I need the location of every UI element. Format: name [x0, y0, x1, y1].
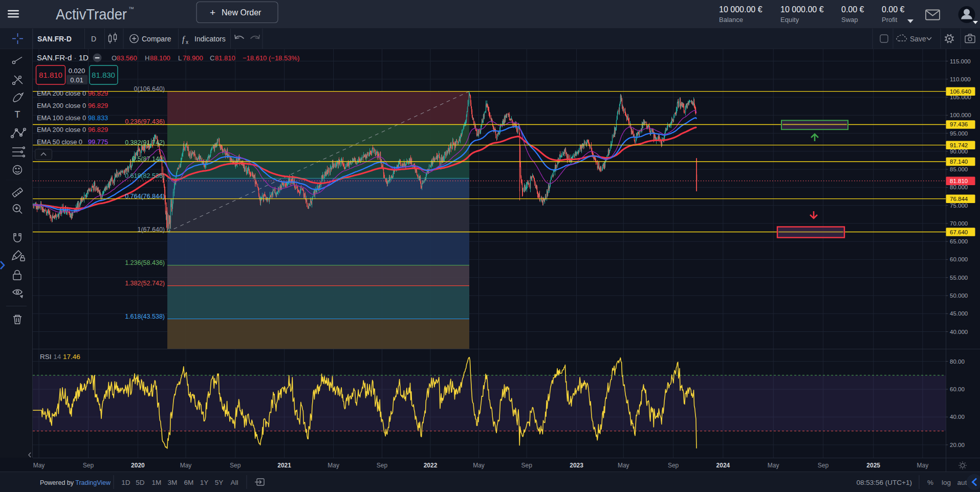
svg-text:Save: Save — [910, 35, 926, 43]
svg-text:Indicators: Indicators — [194, 35, 226, 43]
svg-text:0.00 €: 0.00 € — [882, 5, 905, 14]
svg-text:0.00 €: 0.00 € — [841, 5, 864, 14]
svg-text:Powered by TradingView: Powered by TradingView — [40, 479, 111, 486]
svg-text:81.830: 81.830 — [92, 71, 115, 79]
svg-text:3M: 3M — [168, 479, 178, 486]
svg-text:83.560: 83.560 — [117, 54, 137, 62]
svg-text:6M: 6M — [184, 479, 194, 486]
svg-text:™: ™ — [128, 6, 134, 12]
svg-text:L: L — [178, 54, 182, 62]
svg-text:All: All — [230, 479, 238, 486]
svg-text:08:53:56 (UTC+1): 08:53:56 (UTC+1) — [857, 479, 912, 486]
svg-text:10 000.00 €: 10 000.00 € — [719, 5, 763, 14]
svg-text:81.810: 81.810 — [39, 71, 62, 79]
svg-text:T: T — [15, 109, 20, 120]
svg-text:Balance: Balance — [719, 16, 743, 24]
svg-text:96.829: 96.829 — [88, 102, 108, 109]
svg-text:−18.610 (−18.53%): −18.610 (−18.53%) — [243, 54, 299, 62]
svg-text:H: H — [145, 54, 149, 62]
svg-text:SAN.FR-d · 1D: SAN.FR-d · 1D — [37, 53, 89, 62]
svg-text:ActivTrader: ActivTrader — [56, 6, 127, 23]
svg-text:81.810: 81.810 — [215, 54, 235, 62]
svg-text:O: O — [112, 54, 117, 62]
svg-text:RSI 14 17.46: RSI 14 17.46 — [40, 353, 80, 361]
svg-text:EMA 100 close 0: EMA 100 close 0 — [37, 114, 86, 122]
svg-text:Swap: Swap — [841, 16, 858, 24]
svg-text:Compare: Compare — [142, 35, 171, 43]
svg-text:Profit: Profit — [882, 16, 898, 24]
svg-text:EMA 200 close 0: EMA 200 close 0 — [37, 102, 86, 109]
svg-text:EMA 50 close 0: EMA 50 close 0 — [37, 138, 82, 146]
svg-text:Equity: Equity — [780, 16, 799, 24]
svg-text:1M: 1M — [152, 479, 162, 486]
svg-text:aut: aut — [957, 479, 967, 486]
svg-text:log: log — [942, 479, 951, 486]
svg-text:0.020: 0.020 — [69, 67, 85, 75]
svg-text:x: x — [186, 39, 188, 45]
svg-text:SAN.FR-D: SAN.FR-D — [37, 35, 72, 43]
svg-text:EMA 200 close 0: EMA 200 close 0 — [37, 126, 86, 133]
svg-text:%: % — [927, 479, 933, 486]
svg-text:98.833: 98.833 — [88, 114, 108, 122]
svg-text:96.829: 96.829 — [88, 126, 108, 133]
svg-text:+: + — [210, 7, 215, 18]
svg-text:5D: 5D — [136, 479, 145, 486]
svg-text:99.775: 99.775 — [88, 138, 108, 146]
svg-text:5Y: 5Y — [215, 479, 224, 486]
svg-text:88.100: 88.100 — [150, 54, 170, 62]
svg-text:EMA 200 close 0: EMA 200 close 0 — [37, 90, 86, 97]
svg-text:10 000.00 €: 10 000.00 € — [780, 5, 824, 14]
svg-text:New Order: New Order — [222, 8, 262, 17]
svg-text:78.900: 78.900 — [183, 54, 203, 62]
svg-text:1Y: 1Y — [200, 479, 209, 486]
svg-text:D: D — [91, 35, 96, 43]
svg-text:C: C — [210, 54, 214, 62]
svg-text:96.829: 96.829 — [88, 90, 108, 97]
svg-text:1D: 1D — [121, 479, 130, 486]
svg-text:0.01: 0.01 — [70, 76, 83, 84]
